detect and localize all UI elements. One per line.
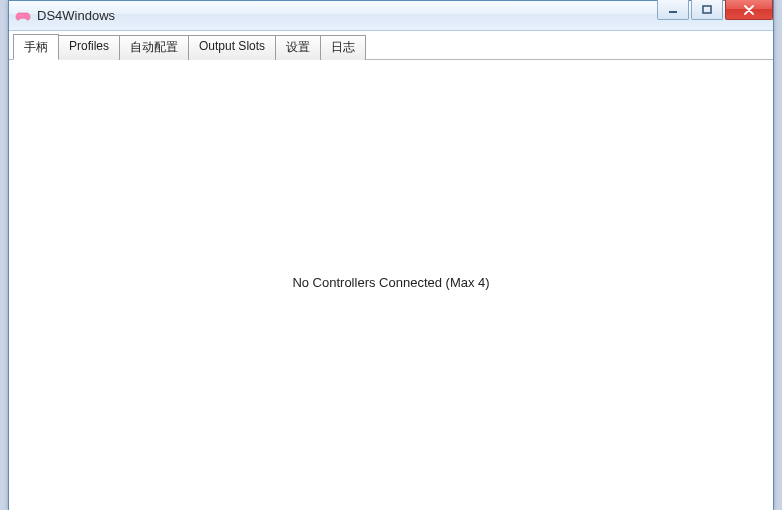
svg-rect-1: [703, 6, 711, 13]
tab-log[interactable]: 日志: [320, 35, 366, 60]
app-icon: [15, 8, 31, 24]
tab-output-slots[interactable]: Output Slots: [188, 35, 276, 60]
tab-label: Profiles: [69, 39, 109, 53]
tab-label: 自动配置: [130, 40, 178, 54]
tab-strip: 手柄 Profiles 自动配置 Output Slots 设置 日志: [9, 31, 773, 60]
app-window: DS4Windows 手柄 Profiles 自动配置 Output Slots…: [8, 0, 774, 510]
tab-controllers[interactable]: 手柄: [13, 34, 59, 60]
close-button[interactable]: [725, 0, 773, 20]
titlebar[interactable]: DS4Windows: [9, 1, 773, 31]
svg-rect-0: [669, 11, 677, 13]
window-controls: [657, 1, 773, 23]
window-title: DS4Windows: [37, 8, 115, 23]
tab-settings[interactable]: 设置: [275, 35, 321, 60]
tab-label: Output Slots: [199, 39, 265, 53]
tab-label: 日志: [331, 40, 355, 54]
no-controllers-message: No Controllers Connected (Max 4): [292, 275, 489, 290]
tab-content: No Controllers Connected (Max 4): [9, 60, 773, 510]
tab-profiles[interactable]: Profiles: [58, 35, 120, 60]
tab-label: 设置: [286, 40, 310, 54]
tab-label: 手柄: [24, 40, 48, 54]
minimize-button[interactable]: [657, 0, 689, 20]
tab-auto-profiles[interactable]: 自动配置: [119, 35, 189, 60]
maximize-button[interactable]: [691, 0, 723, 20]
